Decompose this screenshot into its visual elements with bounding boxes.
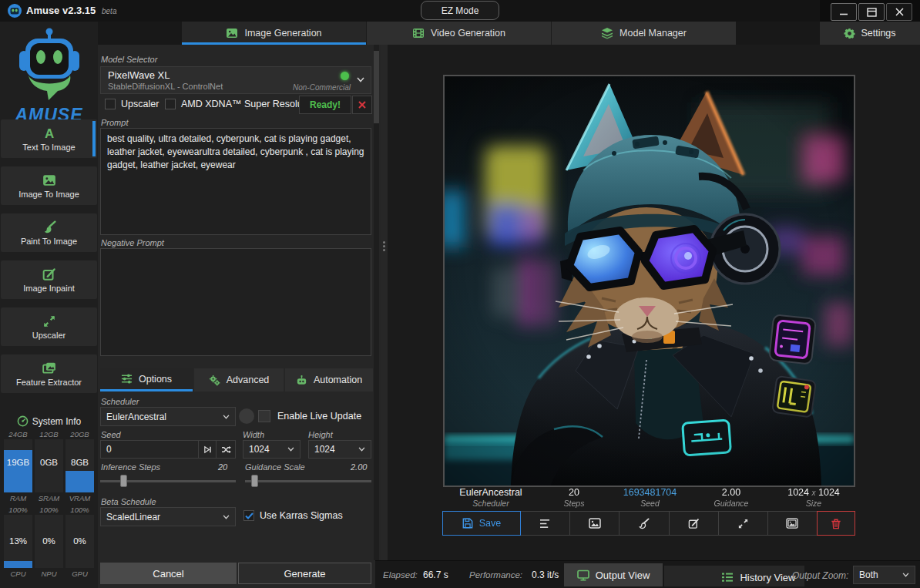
skip-to-end-icon [203,445,212,454]
live-update-toggle-knob[interactable] [239,408,254,424]
splitter-grip [381,241,387,251]
beta-schedule-dropdown[interactable]: ScaledLinear [100,507,236,526]
size-width: 1024 [787,487,809,498]
generated-image[interactable] [443,75,855,487]
height-value: 1024 [314,444,335,455]
cyberpunk-cat-image [445,76,854,486]
cancel-button[interactable]: Cancel [100,563,237,584]
output-zoom-value: Both [859,570,878,580]
amuse-logo-icon [7,3,22,18]
xdna-super-resolution-checkbox[interactable]: AMD XDNA™ Super Resolution [165,99,318,109]
tab-label: Options [139,374,172,385]
sidebar-item-label: Paint To Image [21,237,77,246]
guidance-scale-value: 2.00 [351,462,367,472]
close-icon [895,8,904,16]
minimize-icon [839,8,848,17]
elapsed-value: 66.7 s [423,570,448,580]
monitor-icon [577,570,589,581]
tab-label: Advanced [227,375,270,385]
stat-label: Size [772,499,855,508]
sidebar-item-image-to-image[interactable]: Image To Image [1,166,97,205]
tab-image-generation[interactable]: Image Generation [182,22,367,45]
width-dropdown[interactable]: 1024 [243,440,301,459]
left-panel-scrollbar-thumb[interactable] [374,51,379,123]
seed-randomize-button[interactable] [216,441,235,458]
gauge-max: 100% [35,506,63,515]
summary-button[interactable] [520,511,570,536]
gauge-label: VRAM [65,494,94,502]
stat-value: 20 [539,487,609,498]
image-to-image-button[interactable] [569,511,619,536]
tab-advanced[interactable]: Advanced [194,368,284,391]
tab-automation[interactable]: Automation [285,368,373,391]
generate-button[interactable]: Generate [238,563,371,584]
panel-splitter[interactable] [381,45,387,588]
gauge-bar: 0% [65,515,94,568]
settings-button[interactable]: Settings [820,22,920,45]
chevron-down-icon [287,447,294,452]
tab-model-manager[interactable]: Model Manager [552,22,736,45]
sidebar-item-paint-to-image[interactable]: Paint To Image [1,213,97,252]
output-zoom-label: Output Zoom: [792,570,848,581]
tab-options[interactable]: Options [100,368,193,391]
karras-sigmas-checkbox[interactable]: Use Karras Sigmas [243,510,343,521]
stat-value: EulerAncestral [443,487,539,498]
output-view-button[interactable]: Output View [564,563,663,586]
seed-label: Seed [101,430,121,439]
history-view-clip: History View [664,563,804,586]
negative-prompt-input[interactable] [100,248,371,356]
inference-steps-slider[interactable] [100,480,236,482]
sidebar-item-upscaler[interactable]: Upscaler [1,307,97,346]
checkbox-box [243,510,254,521]
seed-input[interactable] [101,444,198,455]
image-icon [226,27,238,39]
ez-mode-label: EZ Mode [442,5,479,16]
stat-label: Guidance [690,499,772,508]
maximize-button[interactable] [858,3,885,21]
prompt-input[interactable]: best quality, ultra detailed, cyberpunk,… [100,128,371,235]
elapsed-label: Elapsed: [383,570,418,580]
guidance-scale-slider[interactable] [245,480,371,482]
gauge-fill [4,561,32,568]
sidebar-item-feature-extractor[interactable]: Feature Extractor [1,354,97,393]
seed-link[interactable]: 1693481704 [609,487,690,498]
feature-extract-button[interactable] [767,511,818,536]
live-update-toggle-track[interactable] [258,410,270,422]
gauge-vram: 20GB 8GB VRAM [65,430,94,502]
ez-mode-button[interactable]: EZ Mode [421,1,499,20]
model-selector-dropdown[interactable]: PixelWave XL StableDiffusionXL - Control… [100,66,371,94]
list-icon [721,572,734,583]
checkbox-label: Use Karras Sigmas [260,510,343,521]
minimize-button[interactable] [831,3,857,21]
slider-handle[interactable] [251,475,258,487]
gauge-bar: 13% [4,515,32,568]
output-zoom-dropdown[interactable]: Both [853,566,915,584]
checkbox-box [105,99,116,109]
delete-button[interactable] [817,511,855,536]
paint-to-image-button[interactable] [619,511,669,536]
chevron-down-icon [223,515,230,519]
close-button[interactable] [886,3,912,21]
image-icon [589,518,601,529]
gauge-max: 20GB [65,430,94,439]
upscale-button[interactable] [718,511,768,536]
seed-last-button[interactable] [198,441,216,458]
model-unload-button[interactable] [352,96,372,114]
framed-image-icon [786,518,798,529]
gauge-max: 100% [4,506,32,515]
sidebar-item-image-inpaint[interactable]: Image Inpaint [1,260,97,299]
upscaler-checkbox[interactable]: Upscaler [105,99,159,109]
edit-square-icon [688,518,700,529]
height-dropdown[interactable]: 1024 [308,440,371,459]
history-view-button[interactable]: History View [664,566,804,586]
sidebar-item-text-to-image[interactable]: A Text To Image [1,119,97,158]
robot-icon [296,375,307,386]
slider-handle[interactable] [120,475,127,487]
scheduler-dropdown[interactable]: EulerAncestral [100,407,236,426]
sidebar-item-label: Upscaler [32,331,65,340]
trash-icon [831,518,841,529]
sliders-icon [121,373,133,385]
save-button[interactable]: Save [442,511,521,536]
tab-video-generation[interactable]: Video Generation [367,22,552,45]
inpaint-button[interactable] [669,511,719,536]
